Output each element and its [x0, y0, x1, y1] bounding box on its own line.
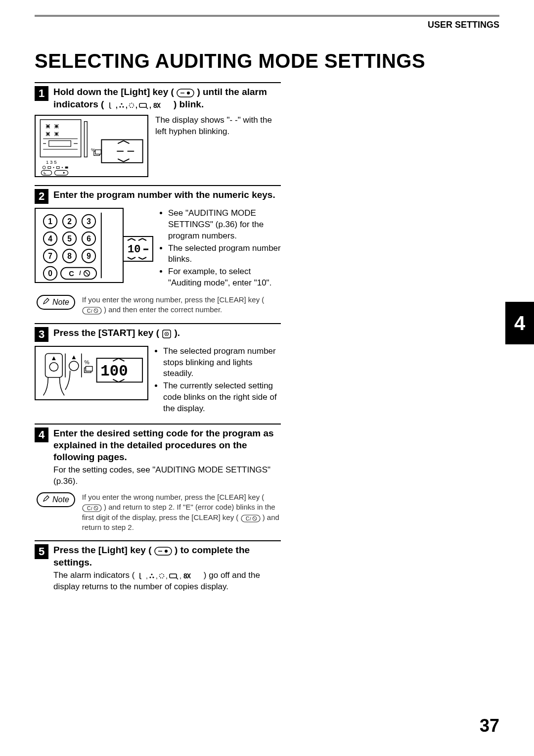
svg-line-69: [132, 257, 135, 259]
step-2: 2 Enter the program number with the nume…: [35, 185, 281, 315]
svg-rect-23: [56, 166, 59, 168]
svg-rect-37: [95, 149, 101, 154]
svg-rect-10: [139, 103, 146, 107]
svg-point-113: [150, 576, 151, 578]
svg-line-68: [128, 257, 132, 259]
svg-rect-17: [84, 121, 87, 157]
svg-point-22: [53, 167, 54, 168]
svg-rect-26: [41, 170, 51, 175]
step-3: 3 Press the [START] key ( ).: [35, 323, 281, 416]
note-badge: Note: [37, 492, 75, 507]
svg-text:C: C: [246, 516, 249, 521]
svg-text:5: 5: [67, 235, 72, 243]
svg-line-66: [138, 238, 142, 240]
svg-point-1: [187, 92, 190, 94]
clear-key-icon: C/: [82, 503, 102, 513]
svg-text:8: 8: [183, 572, 187, 580]
step-number: 5: [35, 544, 48, 559]
svg-text:0: 0: [48, 269, 52, 278]
svg-text:/: /: [91, 309, 92, 314]
svg-point-116: [160, 574, 164, 578]
svg-text:,: ,: [156, 572, 158, 580]
step-title: Press the [START] key ( ).: [53, 327, 180, 339]
svg-point-81: [166, 333, 167, 334]
light-key-icon: [177, 87, 194, 98]
step-title: Enter the program number with the numeri…: [53, 189, 275, 201]
svg-text:1: 1: [48, 217, 52, 226]
svg-line-70: [138, 257, 142, 259]
step2-bullets: See "AUDITING MODE SETTINGS" (p.36) for …: [160, 208, 281, 290]
step-number: 4: [35, 427, 48, 442]
svg-point-114: [153, 576, 154, 578]
svg-text:,: ,: [149, 101, 151, 109]
step-number: 3: [35, 327, 48, 342]
svg-text:C: C: [87, 506, 90, 511]
svg-point-83: [49, 362, 58, 371]
step4-sub: For the setting codes, see "AUDITING MOD…: [53, 465, 281, 487]
light-key-icon: [154, 545, 172, 557]
step-1: 1 Hold down the [Light] key ( ) until th…: [35, 82, 281, 177]
svg-rect-21: [48, 166, 51, 168]
svg-point-6: [122, 106, 124, 107]
step3-illustration: % 100: [35, 346, 148, 400]
svg-point-20: [43, 166, 45, 169]
svg-rect-25: [65, 166, 68, 168]
svg-text:C: C: [69, 270, 74, 278]
svg-text:1  3  5: 1 3 5: [46, 159, 57, 165]
step3-bullets: The selected program number stops blinki…: [155, 346, 281, 416]
svg-rect-58: [61, 268, 96, 279]
svg-text:4: 4: [48, 235, 52, 243]
svg-line-64: [128, 238, 132, 240]
start-key-icon: [162, 328, 172, 339]
svg-line-31: [124, 141, 130, 143]
chapter-tab: 4: [505, 302, 534, 344]
svg-rect-13: [40, 119, 81, 157]
svg-line-62: [85, 271, 89, 275]
svg-line-30: [118, 141, 124, 143]
alarm-indicators-icon: , , , , 8: [137, 570, 201, 582]
page-number: 37: [480, 715, 499, 736]
svg-text:,: ,: [166, 572, 168, 580]
step2-note: If you enter the wrong number, press the…: [82, 295, 281, 315]
step5-sub: The alarm indicators ( , , , ,: [53, 570, 281, 593]
svg-marker-87: [72, 355, 76, 359]
svg-point-5: [119, 106, 121, 107]
step-title: Enter the desired setting code for the p…: [53, 427, 281, 463]
note-badge: Note: [37, 295, 75, 310]
svg-text:%: %: [85, 359, 89, 365]
svg-rect-15: [49, 141, 71, 146]
alarm-indicators-icon: , , , , 8: [107, 99, 171, 111]
svg-rect-27: [54, 170, 68, 175]
svg-text:2: 2: [67, 217, 72, 226]
step-number: 2: [35, 189, 48, 204]
step-number: 1: [35, 86, 48, 101]
step-title: Press the [Light] key ( ) to complete th…: [53, 544, 281, 568]
svg-point-112: [151, 573, 153, 575]
step4-note: If you enter the wrong number, press the…: [82, 492, 281, 532]
pencil-icon: [43, 495, 49, 504]
svg-text:8: 8: [153, 101, 157, 109]
svg-text:7: 7: [48, 252, 52, 260]
svg-line-71: [142, 257, 146, 259]
svg-line-65: [132, 238, 135, 240]
svg-text:,: ,: [135, 101, 137, 109]
svg-marker-84: [52, 356, 56, 360]
svg-text:9: 9: [87, 252, 91, 260]
svg-rect-0: [177, 89, 194, 97]
svg-point-8: [129, 103, 134, 107]
page-title: SELECTING AUDITING MODE SETTINGS: [35, 50, 499, 72]
svg-text:100: 100: [100, 362, 128, 379]
step1-illustration: % 1 3 5: [35, 115, 148, 177]
svg-rect-108: [155, 547, 172, 555]
svg-text:/: /: [91, 506, 92, 511]
svg-line-67: [142, 238, 146, 240]
svg-line-107: [253, 517, 256, 520]
svg-text:C: C: [87, 308, 90, 314]
svg-text:,: ,: [126, 101, 128, 109]
svg-text:/: /: [79, 270, 81, 277]
svg-line-32: [118, 159, 124, 162]
svg-point-4: [121, 103, 122, 104]
keypad-illustration: 1 2 3 4 5 6 7 8 9 0 C/: [35, 208, 124, 283]
svg-line-33: [124, 159, 130, 162]
step1-desc: The display shows "- -" with the left hy…: [155, 115, 281, 177]
